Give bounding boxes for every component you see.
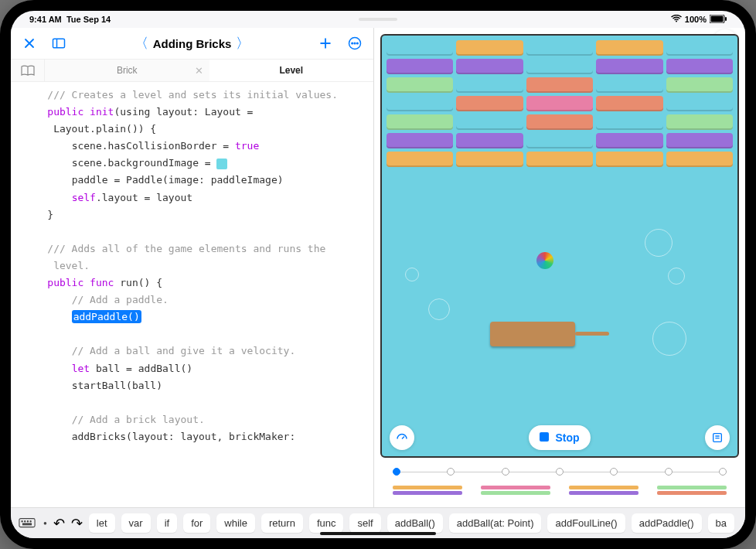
tab-label: Brick	[117, 65, 138, 76]
code-text: paddle = Paddle(image: paddleImage)	[72, 174, 284, 186]
svg-rect-2	[725, 17, 727, 21]
tab-close-icon[interactable]: ✕	[195, 65, 203, 77]
svg-rect-3	[53, 39, 65, 48]
code-keyword: init	[90, 106, 114, 118]
keyword-chip[interactable]: while	[216, 513, 255, 533]
keyword-chip[interactable]: addBall()	[387, 513, 443, 533]
code-comment: /// Creates a level and sets its initial…	[47, 89, 338, 101]
library-icon[interactable]	[11, 60, 45, 81]
code-comment: /// Adds all of the game elements and ru…	[47, 243, 325, 254]
game-canvas[interactable]: Stop	[380, 34, 739, 458]
code-comment: // Add a brick layout.	[72, 414, 205, 425]
home-indicator[interactable]	[320, 532, 436, 535]
code-keyword: func	[90, 277, 114, 288]
brick-presets	[380, 486, 739, 501]
tab-label: Level	[279, 65, 303, 76]
svg-line-11	[402, 437, 404, 439]
close-button[interactable]	[19, 32, 40, 54]
chevron-right-icon[interactable]: 〉	[236, 34, 250, 53]
code-text: }	[47, 209, 53, 220]
game-controls: Stop	[382, 425, 737, 450]
code-comment: // Add a paddle.	[72, 294, 169, 305]
keyword-chip[interactable]: addFoulLine()	[547, 513, 625, 533]
code-literal: true	[235, 140, 259, 152]
step-timeline[interactable]	[380, 458, 739, 486]
preview-pane: Stop	[374, 28, 745, 507]
keyword-chip[interactable]: for	[183, 513, 210, 533]
code-text: startBall(ball)	[72, 380, 162, 391]
code-text: addBricks(layout: layout, brickMaker:	[72, 431, 296, 442]
battery-text: 100%	[685, 15, 707, 24]
timeline-step[interactable]	[447, 468, 455, 476]
svg-point-8	[357, 43, 359, 44]
code-text: scene.backgroundImage =	[72, 157, 217, 169]
grab-handle[interactable]	[359, 18, 397, 21]
timeline-step[interactable]	[719, 468, 727, 476]
timeline-step[interactable]	[556, 468, 564, 476]
keyword-chip[interactable]: var	[121, 513, 151, 533]
svg-point-17	[22, 520, 22, 521]
keyword-chip[interactable]: self	[349, 513, 380, 533]
speed-button[interactable]	[390, 425, 414, 450]
keyword-chip[interactable]: ba	[708, 513, 734, 533]
editor-header: 〈 Adding Bricks 〉	[11, 28, 373, 59]
page-title[interactable]: 〈 Adding Bricks 〉	[135, 34, 250, 53]
code-keyword: public	[47, 277, 83, 288]
color-literal-icon[interactable]	[216, 159, 227, 169]
undo-icon[interactable]: ↶	[53, 515, 65, 532]
code-selection[interactable]: addPaddle()	[72, 310, 141, 323]
game-wrap: Stop	[374, 28, 745, 507]
keyboard-icon[interactable]: ●	[19, 517, 47, 530]
add-button[interactable]	[315, 32, 336, 54]
split-view: 〈 Adding Bricks 〉 Brick✕ Level /// Creat…	[11, 28, 745, 507]
sidebar-toggle-icon[interactable]	[48, 32, 70, 54]
timeline-step[interactable]	[502, 468, 509, 476]
tab-brick[interactable]: Brick✕	[45, 60, 209, 81]
code-text: ball = addBall()	[90, 363, 192, 374]
keyword-chip[interactable]: func	[309, 513, 344, 533]
code-keyword: public	[47, 106, 83, 118]
status-right: 100%	[671, 15, 727, 25]
svg-rect-1	[711, 15, 724, 22]
status-time: 9:41 AM	[29, 15, 62, 24]
preset[interactable]	[657, 486, 727, 501]
title-text: Adding Bricks	[153, 37, 232, 50]
wifi-icon	[671, 15, 682, 24]
redo-icon[interactable]: ↷	[71, 515, 83, 532]
chevron-left-icon[interactable]: 〈	[135, 34, 148, 53]
code-comment: level.	[47, 260, 90, 271]
code-text: scene.hasCollisionBorder =	[72, 140, 235, 152]
code-keyword: let	[72, 363, 90, 374]
code-text: .layout = layout	[96, 192, 192, 203]
keyword-chip[interactable]: if	[157, 513, 178, 533]
timeline-step[interactable]	[665, 468, 673, 476]
code-text: (using layout: Layout =	[114, 106, 253, 118]
svg-point-7	[354, 43, 356, 44]
code-editor[interactable]: /// Creates a level and sets its initial…	[11, 82, 373, 507]
code-keyword: self	[72, 192, 96, 203]
timeline-step[interactable]	[393, 468, 400, 476]
stop-button[interactable]: Stop	[529, 425, 590, 450]
battery-icon	[710, 15, 727, 25]
code-text: Layout.plain()) {	[47, 123, 156, 135]
code-text: run() {	[114, 277, 162, 288]
ipad-frame: 9:41 AM Tue Sep 14 100% 〈 Adding Bricks …	[0, 0, 756, 549]
paddle[interactable]	[490, 322, 575, 346]
tab-level[interactable]: Level	[209, 60, 374, 81]
svg-rect-12	[540, 432, 549, 442]
editor-pane: 〈 Adding Bricks 〉 Brick✕ Level /// Creat…	[11, 28, 374, 507]
svg-point-19	[27, 520, 28, 521]
status-date: Tue Sep 14	[66, 15, 111, 24]
preset[interactable]	[569, 486, 639, 501]
more-button[interactable]	[344, 32, 366, 54]
results-button[interactable]	[705, 425, 730, 450]
preset[interactable]	[481, 486, 550, 501]
keyword-chip[interactable]: addPaddle()	[632, 513, 702, 533]
stop-icon	[540, 431, 549, 444]
preset[interactable]	[393, 486, 462, 501]
svg-point-18	[25, 520, 26, 521]
keyword-chip[interactable]: addBall(at: Point)	[449, 513, 542, 533]
timeline-step[interactable]	[610, 468, 618, 476]
keyword-chip[interactable]: let	[89, 513, 115, 533]
keyword-chip[interactable]: return	[261, 513, 303, 533]
